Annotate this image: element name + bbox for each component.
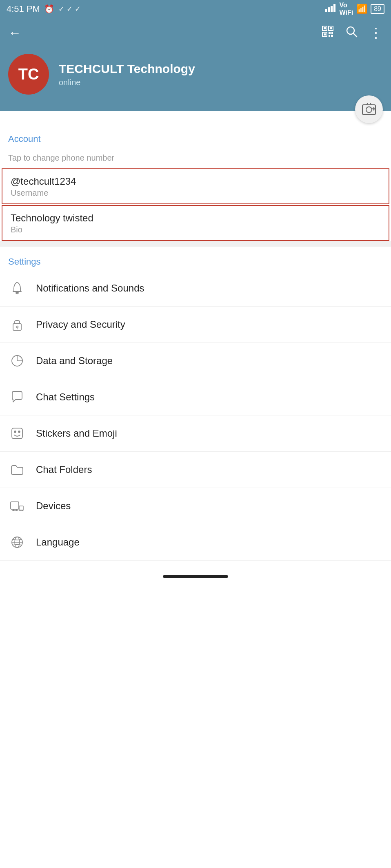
settings-item-chat[interactable]: Chat Settings [0, 379, 391, 415]
avatar-initials: TC [18, 66, 39, 83]
language-label: Language [36, 537, 80, 548]
settings-item-privacy[interactable]: Privacy and Security [0, 307, 391, 343]
signal-icon [325, 4, 336, 14]
svg-rect-10 [329, 32, 331, 34]
bottom-bar [0, 569, 391, 588]
svg-point-30 [14, 431, 16, 433]
bio-label: Bio [11, 225, 380, 234]
account-section: Account Tap to change phone number @tech… [0, 127, 391, 241]
settings-item-devices[interactable]: Devices [0, 488, 391, 524]
status-bar: 4:51 PM ⏰ ✓ ✓ ✓ VoWiFi 📶 89 [0, 0, 391, 18]
more-button[interactable]: ⋮ [369, 29, 383, 36]
svg-rect-11 [331, 32, 333, 34]
profile-status: online [59, 78, 383, 87]
time-display: 4:51 PM [7, 4, 40, 14]
home-indicator [163, 575, 228, 578]
settings-section: Settings Notifications and Sounds [0, 247, 391, 561]
username-value: @techcult1234 [11, 175, 380, 188]
svg-point-31 [18, 431, 20, 433]
bio-value: Technology twisted [11, 212, 380, 224]
search-button[interactable] [345, 25, 358, 40]
lock-icon [8, 316, 26, 334]
chat-folders-label: Chat Folders [36, 464, 92, 475]
chat-icon [8, 388, 26, 406]
qr-button[interactable] [322, 25, 334, 40]
svg-rect-13 [331, 35, 333, 37]
vowifi-label: VoWiFi [340, 2, 353, 16]
content-area: Account Tap to change phone number @tech… [0, 111, 391, 588]
settings-section-label: Settings [0, 250, 391, 270]
username-field[interactable]: @techcult1234 Username [2, 168, 389, 204]
checkmarks: ✓ ✓ ✓ [58, 4, 81, 13]
devices-icon [8, 497, 26, 515]
devices-label: Devices [36, 500, 71, 512]
svg-rect-5 [324, 27, 326, 29]
username-label: Username [11, 188, 380, 198]
svg-rect-29 [12, 428, 22, 439]
data-storage-label: Data and Storage [36, 355, 113, 367]
wifi-icon: 📶 [356, 4, 367, 14]
profile-name: TECHCULT Technology [59, 62, 383, 76]
top-nav-bar: ← ⋮ [0, 18, 391, 47]
svg-line-15 [353, 33, 357, 37]
svg-rect-1 [328, 7, 330, 12]
stickers-label: Stickers and Emoji [36, 428, 117, 439]
avatar: TC [8, 54, 49, 95]
account-section-label: Account [0, 127, 391, 148]
nav-left: ← [8, 25, 21, 40]
globe-icon [8, 533, 26, 551]
back-button[interactable]: ← [8, 25, 21, 40]
svg-rect-7 [330, 27, 332, 29]
svg-rect-9 [324, 33, 326, 35]
bio-field[interactable]: Technology twisted Bio [2, 205, 389, 241]
settings-item-language[interactable]: Language [0, 524, 391, 561]
add-photo-button[interactable] [355, 95, 383, 123]
settings-item-notifications[interactable]: Notifications and Sounds [0, 270, 391, 307]
battery-icon: 89 [371, 4, 384, 14]
piechart-icon [8, 352, 26, 370]
sticker-icon [8, 424, 26, 442]
section-divider [0, 241, 391, 247]
svg-rect-12 [329, 35, 330, 37]
bell-icon [8, 279, 26, 297]
profile-info: TECHCULT Technology online [59, 62, 383, 87]
profile-header: TC TECHCULT Technology online [0, 47, 391, 111]
svg-rect-2 [331, 6, 333, 12]
settings-item-folders[interactable]: Chat Folders [0, 452, 391, 488]
status-time: 4:51 PM ⏰ ✓ ✓ ✓ [7, 4, 81, 14]
svg-rect-36 [19, 506, 23, 510]
alarm-icon: ⏰ [44, 4, 54, 14]
settings-item-stickers[interactable]: Stickers and Emoji [0, 415, 391, 452]
folder-icon [8, 461, 26, 479]
svg-point-17 [366, 107, 372, 113]
nav-right: ⋮ [322, 25, 383, 40]
privacy-label: Privacy and Security [36, 319, 125, 330]
notifications-label: Notifications and Sounds [36, 283, 144, 294]
status-indicators: VoWiFi 📶 89 [325, 2, 384, 16]
svg-rect-0 [325, 9, 327, 12]
svg-rect-32 [11, 502, 19, 509]
chat-settings-label: Chat Settings [36, 391, 95, 403]
svg-rect-3 [333, 4, 335, 12]
settings-item-data[interactable]: Data and Storage [0, 343, 391, 379]
phone-tap-hint[interactable]: Tap to change phone number [0, 148, 391, 168]
